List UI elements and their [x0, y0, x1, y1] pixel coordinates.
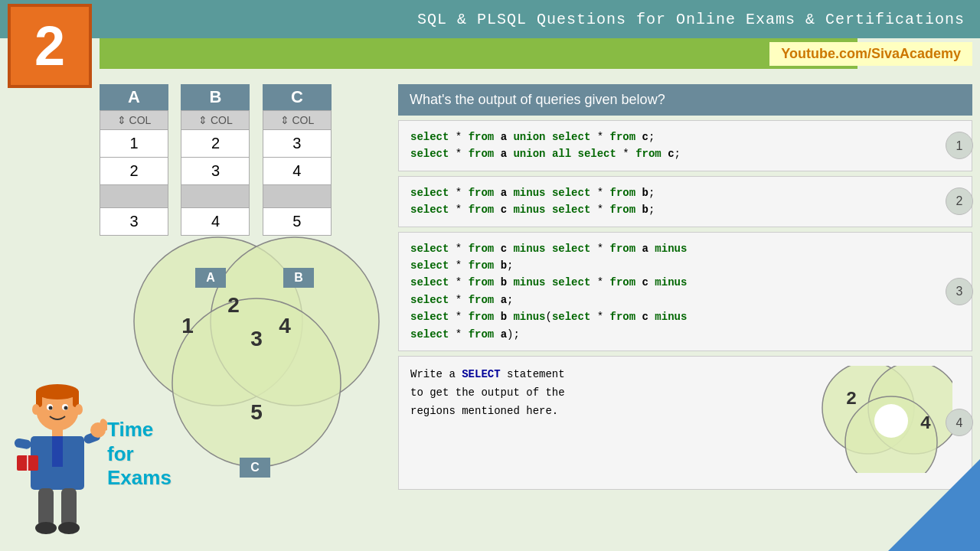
table-b-label: B — [181, 84, 250, 110]
svg-text:2: 2 — [227, 293, 240, 317]
svg-point-33 — [35, 522, 57, 534]
table-c-label: C — [263, 84, 332, 110]
svg-point-20 — [49, 406, 53, 410]
svg-point-15 — [36, 384, 79, 399]
svg-text:4: 4 — [279, 314, 291, 337]
svg-text:4: 4 — [920, 413, 931, 434]
q1-text: select * from a union select * from c; s… — [410, 131, 681, 160]
svg-text:1: 1 — [181, 314, 194, 337]
table-a: A ⇕ COL 1 2 3 — [100, 84, 168, 236]
q1-number: 1 — [946, 132, 973, 159]
svg-rect-26 — [52, 436, 63, 467]
top-bar: SQL & PLSQL Questions for Online Exams &… — [0, 0, 980, 38]
svg-rect-32 — [61, 488, 77, 527]
table-b-data: ⇕ COL 2 3 4 — [181, 110, 250, 236]
blue-triangle-decoration — [888, 459, 980, 551]
page-title: SQL & PLSQL Questions for Online Exams &… — [417, 11, 965, 28]
svg-text:5: 5 — [250, 400, 263, 424]
badge-number: 2 — [34, 15, 65, 77]
question-header: What's the output of queries given below… — [398, 84, 972, 116]
question-4: Write a SELECT statement to get the outp… — [398, 356, 972, 490]
tables-area: A ⇕ COL 1 2 3 B ⇕ COL 2 3 4 C ⇕ COL 3 4 … — [100, 84, 436, 236]
q2-number: 2 — [946, 187, 973, 215]
q2-text: select * from a minus select * from b; s… — [410, 187, 655, 216]
table-a-data: ⇕ COL 1 2 3 — [100, 110, 168, 236]
svg-text:B: B — [294, 271, 303, 284]
svg-text:A: A — [206, 271, 215, 284]
svg-point-40 — [874, 404, 908, 438]
questions-area: What's the output of queries given below… — [398, 84, 972, 543]
svg-point-22 — [32, 404, 40, 415]
character-figure — [8, 383, 107, 536]
svg-text:3: 3 — [250, 327, 263, 350]
question-2: select * from a minus select * from b; s… — [398, 176, 972, 227]
table-c-data: ⇕ COL 3 4 5 — [263, 110, 332, 236]
q4-text: Write a SELECT statement to get the outp… — [410, 366, 799, 480]
svg-point-34 — [58, 522, 80, 534]
question-1: select * from a union select * from c; s… — [398, 120, 972, 171]
number-badge: 2 — [8, 4, 92, 88]
question-3: select * from c minus select * from a mi… — [398, 232, 972, 351]
svg-rect-27 — [14, 438, 32, 450]
svg-rect-31 — [38, 488, 54, 527]
svg-point-2 — [172, 298, 341, 467]
green-stripe — [100, 38, 858, 69]
svg-text:2: 2 — [846, 389, 857, 409]
svg-point-23 — [75, 404, 83, 415]
youtube-label: Youtube.com/SivaAcademy — [769, 42, 972, 66]
svg-text:C: C — [250, 461, 260, 474]
table-c: C ⇕ COL 3 4 5 — [263, 84, 332, 236]
table-a-label: A — [100, 84, 168, 110]
q3-number: 3 — [946, 278, 973, 305]
svg-point-21 — [64, 406, 68, 410]
q4-number: 4 — [946, 409, 973, 436]
q3-text: select * from c minus select * from a mi… — [410, 243, 687, 341]
table-b: B ⇕ COL 2 3 4 — [181, 84, 250, 236]
time-for-exams-text: TimeforExams — [107, 418, 172, 490]
